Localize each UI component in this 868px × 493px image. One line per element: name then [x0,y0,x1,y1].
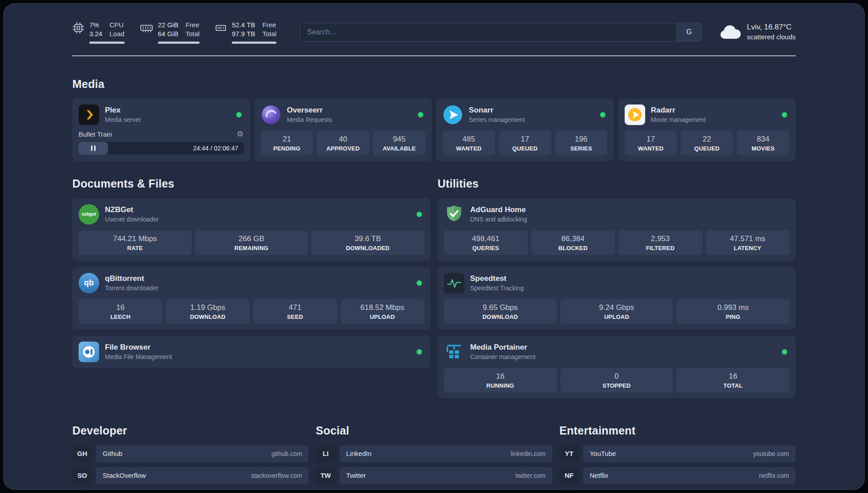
service-card-nzbget[interactable]: nzbget NZBGet Usenet downloader 744.21 M… [72,198,430,261]
stat-box: 22 QUEUED [680,131,733,155]
bookmark-group-entertainment: Entertainment YT YouTube youtube.com NF … [559,424,796,490]
disk-icon [215,22,227,34]
stat-box: 0 STOPPED [560,368,673,393]
service-name: Media Portainer [470,343,535,352]
bookmark-linkedin[interactable]: LI LinkedIn linkedin.com [316,445,552,462]
player-time: 24:44 / 02:06:47 [193,145,243,152]
cpu-label-top: CPU [109,21,124,29]
bookmark-abbr: TW [316,467,335,484]
bookmark-netflix[interactable]: NF Netflix netflix.com [559,467,796,484]
service-description: Media Requests [287,116,332,124]
cpu-usage-bar [89,42,125,44]
stat-box: 16 TOTAL [676,368,789,393]
sonarr-icon [442,104,463,125]
stat-box: 17 WANTED [625,131,677,155]
bookmark-abbr: GH [72,445,92,462]
overseerr-icon [261,104,281,125]
bookmark-group-social: Social LI LinkedIn linkedin.com TW Twitt… [316,424,552,490]
service-description: Usenet downloader [105,215,159,223]
stat-box: 945 AVAILABLE [373,131,426,155]
search-provider-button[interactable]: G [676,23,701,41]
service-card-overseerr[interactable]: Overseerr Media Requests 21 PENDING 40 A… [255,99,432,161]
service-name: NZBGet [105,205,159,215]
service-name: Plex [105,105,141,115]
bookmark-dev[interactable]: DT DEV dev.to [72,489,309,490]
service-card-filebrowser[interactable]: File Browser Media File Management [72,336,430,368]
bookmark-pill: Netflix netflix.com [583,467,796,484]
utilities-section-title: Utilities [438,177,796,190]
social-title: Social [316,424,552,437]
stat-box: 2,953 FILTERED [618,230,702,255]
cpu-label-bottom: Load [109,29,124,38]
service-card-plex[interactable]: Plex Media server Bullet Train ⚙ 24:44 /… [72,99,250,161]
bookmark-abbr: DT [72,489,92,490]
search-input[interactable] [300,23,676,41]
service-card-qbittorrent[interactable]: qb qBittorrent Torrent downloader 16 LEE… [72,267,430,330]
bookmark-twitter[interactable]: TW Twitter twitter.com [316,467,552,484]
service-description: Media server [105,116,141,124]
section-media: Media Plex Media server Bullet Train [72,78,796,161]
service-description: Movie management [651,116,706,124]
bookmark-reddit[interactable]: RE Reddit reddit.com [559,489,796,490]
status-dot [236,112,242,117]
nzbget-icon: nzbget [79,204,99,225]
service-card-radarr[interactable]: Radarr Movie management 17 WANTED 22 QUE… [618,99,796,161]
stat-box: 86,384 BLOCKED [531,230,615,255]
bookmark-abbr: LI [316,445,335,462]
weather-location: Lviv, 16.87°C [747,22,796,33]
bookmark-pill: YouTube youtube.com [583,445,796,462]
status-dot [418,112,423,117]
filebrowser-icon [79,342,99,362]
weather-widget: Lviv, 16.87°C scattered clouds [719,22,796,42]
bookmarks-area: Developer GH Github github.com SO StackO… [72,424,796,490]
plex-now-playing: Bullet Train ⚙ 24:44 / 02:06:47 [79,130,244,155]
gear-icon[interactable]: ⚙ [237,130,243,138]
now-playing-title: Bullet Train [79,130,112,138]
disk-usage-bar [232,42,276,44]
bookmark-youtube[interactable]: YT YouTube youtube.com [559,445,796,462]
status-dot [417,212,422,217]
service-description: Media File Management [105,353,172,361]
weather-condition: scattered clouds [747,33,796,42]
cpu-percent: 7% [89,21,102,29]
service-name: Sonarr [469,105,525,115]
memory-free: 22 GiB [158,21,179,29]
stat-box: 485 WANTED [442,131,495,155]
disk-label-bottom: Total [262,29,276,38]
bookmark-stackoverflow[interactable]: SO StackOverflow stackoverflow.com [72,467,309,484]
bookmark-pill: Twitter twitter.com [339,467,552,484]
service-card-portainer[interactable]: Media Portainer Container management 16 … [438,336,796,398]
service-card-sonarr[interactable]: Sonarr Series management 485 WANTED 17 Q… [436,99,614,161]
stat-box: 498,461 QUERIES [444,230,528,255]
plex-icon [79,104,99,125]
service-name: Radarr [651,105,706,115]
speedtest-icon [444,273,464,293]
bookmark-abbr: SO [72,467,92,484]
bookmark-abbr: YT [559,445,579,462]
topbar-divider [72,55,796,56]
service-name: AdGuard Home [470,205,527,215]
service-card-speedtest[interactable]: Speedtest Speedtest Tracking 9.65 Gbps D… [438,267,796,330]
section-utilities: Utilities AdGuard Home [438,177,796,398]
bookmark-abbr: RE [559,489,579,490]
stat-box: 471 SEED [253,299,337,324]
cpu-load: 3.24 [89,29,102,38]
memory-widget: 22 GiB 64 GiB Free Total [140,21,200,44]
disk-free: 52.4 TB [232,21,255,29]
bookmark-pill: StackOverflow stackoverflow.com [96,467,309,484]
cpu-icon [72,22,84,34]
search-bar: G [300,23,702,42]
radarr-icon [625,104,645,125]
bookmark-github[interactable]: GH Github github.com [72,445,309,462]
bookmark-pill: LinkedIn linkedin.com [339,445,552,462]
stat-box: 1.19 Gbps DOWNLOAD [166,299,250,324]
status-dot [782,112,787,117]
adguard-icon [444,204,464,225]
pause-button[interactable] [79,142,108,155]
service-description: DNS and adblocking [470,215,527,223]
stat-box: 21 PENDING [261,131,313,155]
player-progress-bar[interactable]: 24:44 / 02:06:47 [79,142,244,155]
service-card-adguard[interactable]: AdGuard Home DNS and adblocking 498,461 … [438,198,796,261]
status-dot [600,112,605,117]
stat-box: 0.993 ms PING [676,299,789,324]
